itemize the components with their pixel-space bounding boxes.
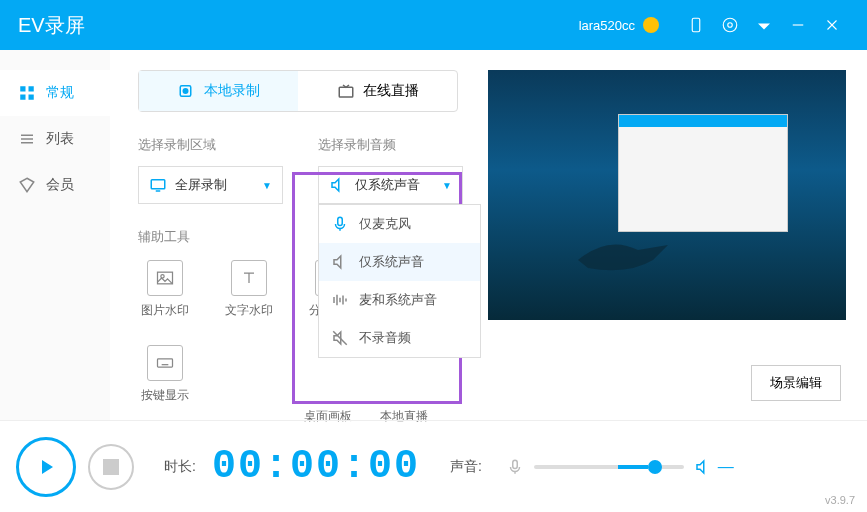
tool-text-watermark[interactable]: 文字水印 [222, 260, 276, 319]
audio-option-both[interactable]: 麦和系统声音 [319, 281, 480, 319]
svg-rect-7 [29, 86, 34, 91]
username[interactable]: lara520cc [579, 18, 635, 33]
audio-option-none[interactable]: 不录音频 [319, 319, 480, 357]
tool-keypress-display[interactable]: 按键显示 [138, 345, 192, 404]
scene-edit-button[interactable]: 场景编辑 [751, 365, 841, 401]
phone-icon[interactable] [687, 16, 705, 34]
area-select[interactable]: 全屏录制 ▼ [138, 166, 283, 204]
audio-dropdown: 仅麦克风 仅系统声音 麦和系统声音 [318, 204, 481, 358]
preview-area [488, 70, 846, 320]
timer-display: 00:00:00 [212, 444, 420, 489]
duration-label: 时长: [164, 458, 196, 476]
sidebar-item-label: 列表 [46, 130, 74, 148]
stop-button[interactable] [88, 444, 134, 490]
svg-rect-15 [339, 87, 353, 97]
svg-rect-8 [20, 95, 25, 100]
minimize-icon[interactable] [789, 16, 807, 34]
audio-option-mic[interactable]: 仅麦克风 [319, 205, 480, 243]
sound-slider[interactable] [534, 465, 684, 469]
version-label: v3.9.7 [825, 494, 855, 506]
svg-point-14 [183, 89, 188, 94]
svg-rect-6 [20, 86, 25, 91]
audio-select[interactable]: 仅系统声音 ▼ 仅麦克风 仅系统声音 [318, 166, 463, 204]
settings-icon[interactable] [721, 16, 739, 34]
wifi-icon[interactable] [755, 16, 773, 34]
svg-point-1 [723, 18, 737, 32]
audio-option-system[interactable]: 仅系统声音 [319, 243, 480, 281]
sound-label: 声音: [450, 458, 482, 476]
close-icon[interactable] [823, 16, 841, 34]
svg-rect-18 [338, 217, 343, 225]
chevron-down-icon: ▼ [442, 180, 452, 191]
record-button[interactable] [16, 437, 76, 497]
tool-image-watermark[interactable]: 图片水印 [138, 260, 192, 319]
tab-local-record[interactable]: 本地录制 [139, 71, 298, 111]
audio-label: 选择录制音频 [318, 136, 478, 154]
coin-icon[interactable] [643, 17, 659, 33]
svg-rect-34 [513, 460, 518, 468]
svg-point-2 [728, 23, 733, 28]
svg-rect-0 [692, 18, 700, 32]
area-label: 选择录制区域 [138, 136, 298, 154]
svg-rect-9 [29, 95, 34, 100]
app-title: EV录屏 [18, 12, 579, 39]
svg-rect-29 [158, 359, 173, 367]
sidebar-item-general[interactable]: 常规 [0, 70, 110, 116]
sidebar-item-label: 常规 [46, 84, 74, 102]
sidebar-item-vip[interactable]: 会员 [0, 162, 110, 208]
tab-live-stream[interactable]: 在线直播 [298, 71, 457, 111]
speaker-icon[interactable] [694, 458, 712, 476]
chevron-down-icon: ▼ [262, 180, 272, 191]
svg-rect-16 [151, 180, 165, 189]
sidebar-item-label: 会员 [46, 176, 74, 194]
sidebar-item-list[interactable]: 列表 [0, 116, 110, 162]
mic-icon[interactable] [506, 458, 524, 476]
